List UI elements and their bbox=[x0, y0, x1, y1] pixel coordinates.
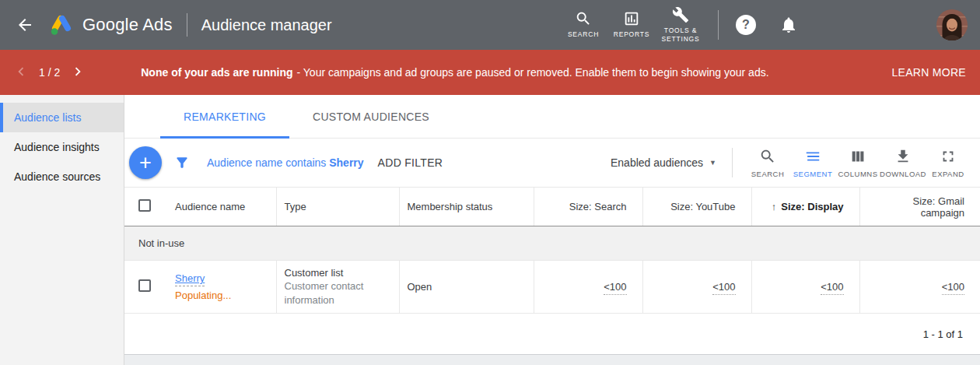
search-table-button[interactable]: SEARCH bbox=[745, 148, 790, 178]
notifications-button[interactable] bbox=[775, 11, 803, 39]
sidebar-item-label: Audience lists bbox=[14, 111, 81, 124]
size-display-value[interactable]: <100 bbox=[821, 281, 843, 295]
type-cell: Customer list Customer contact informati… bbox=[276, 261, 399, 314]
column-header-type[interactable]: Type bbox=[276, 188, 399, 226]
search-action-label: SEARCH bbox=[751, 170, 785, 178]
audience-view-selector[interactable]: Enabled audiences ▼ bbox=[611, 156, 716, 169]
banner-message-rest: - Your campaigns and ad groups are pause… bbox=[297, 66, 769, 79]
nav-reports-button[interactable]: REPORTS bbox=[607, 0, 656, 50]
size-search-cell: <100 bbox=[534, 261, 642, 314]
nav-search-label: SEARCH bbox=[568, 30, 599, 39]
filter-value: Sherry bbox=[329, 156, 363, 169]
header-nav-divider bbox=[718, 10, 719, 40]
nav-reports-label: REPORTS bbox=[614, 30, 650, 39]
group-label: Not in-use bbox=[124, 226, 980, 261]
back-button[interactable] bbox=[11, 11, 39, 39]
account-avatar[interactable] bbox=[936, 9, 968, 40]
column-header-size-display[interactable]: ↑Size: Display bbox=[751, 188, 859, 226]
brand-name: Google Ads bbox=[82, 15, 173, 35]
download-action-label: DOWNLOAD bbox=[880, 170, 926, 178]
banner-next-button[interactable] bbox=[69, 63, 86, 82]
plus-icon: + bbox=[139, 153, 152, 174]
audience-name-link[interactable]: Sherry bbox=[175, 272, 205, 286]
row-checkbox[interactable] bbox=[138, 279, 151, 292]
sort-ascending-icon: ↑ bbox=[772, 201, 777, 212]
size-search-value[interactable]: <100 bbox=[604, 281, 626, 295]
sidebar-item-audience-lists[interactable]: Audience lists bbox=[0, 103, 124, 132]
help-icon: ? bbox=[736, 15, 756, 35]
nav-tools-settings-button[interactable]: TOOLS & SETTINGS bbox=[656, 0, 705, 50]
sidebar-item-audience-insights[interactable]: Audience insights bbox=[0, 132, 124, 162]
sidebar-item-label: Audience sources bbox=[14, 170, 100, 183]
bell-icon bbox=[779, 16, 798, 34]
filter-condition: Audience name contains bbox=[207, 156, 326, 169]
segment-icon bbox=[804, 148, 821, 167]
column-header-audience-name[interactable]: Audience name bbox=[167, 188, 276, 226]
group-header-row: Not in-use bbox=[124, 226, 980, 261]
segment-action-label: SEGMENT bbox=[793, 170, 832, 178]
audience-name-cell: Sherry Populating... bbox=[167, 261, 276, 314]
alert-banner: 1 / 2 None of your ads are running- Your… bbox=[0, 50, 980, 95]
chevron-right-icon bbox=[69, 63, 86, 82]
table-footer: 1 - 1 of 1 bbox=[124, 314, 980, 354]
banner-message-bold: None of your ads are running bbox=[141, 66, 292, 79]
expand-action-label: EXPAND bbox=[932, 170, 964, 178]
help-button[interactable]: ? bbox=[731, 10, 761, 40]
audiences-table: Audience name Type Membership status Siz… bbox=[124, 187, 980, 314]
table-toolbar: + Audience name contains Sherry ADD FILT… bbox=[124, 139, 980, 187]
select-all-checkbox[interactable] bbox=[138, 199, 151, 212]
pagination-label: 1 - 1 of 1 bbox=[923, 328, 963, 340]
banner-prev-button[interactable] bbox=[12, 63, 30, 82]
column-header-size-search[interactable]: Size: Search bbox=[534, 188, 642, 226]
size-youtube-cell: <100 bbox=[642, 261, 751, 314]
columns-button[interactable]: COLUMNS bbox=[835, 148, 880, 178]
nav-tools-settings-label: TOOLS & SETTINGS bbox=[656, 26, 705, 44]
chevron-left-icon bbox=[12, 63, 30, 82]
search-icon bbox=[575, 10, 592, 27]
sidebar: Audience lists Audience insights Audienc… bbox=[0, 95, 124, 365]
nav-search-button[interactable]: SEARCH bbox=[559, 0, 607, 50]
avatar-photo bbox=[936, 9, 968, 40]
header-nav: SEARCH REPORTS TOOLS & SETTINGS ? bbox=[559, 0, 803, 50]
page-body: Audience lists Audience insights Audienc… bbox=[0, 95, 980, 365]
size-gmail-value[interactable]: <100 bbox=[942, 281, 964, 295]
reports-icon bbox=[623, 10, 640, 27]
page-title: Audience manager bbox=[201, 16, 332, 34]
sorted-column-label: Size: Display bbox=[781, 201, 843, 212]
audiences-card: REMARKETING CUSTOM AUDIENCES + Audience … bbox=[124, 95, 980, 355]
google-ads-app: Google Ads Audience manager SEARCH REPOR… bbox=[0, 0, 980, 365]
columns-action-label: COLUMNS bbox=[838, 170, 877, 178]
google-ads-logo-icon bbox=[48, 12, 75, 38]
active-filter-chip[interactable]: Audience name contains Sherry bbox=[207, 156, 364, 169]
add-audience-button[interactable]: + bbox=[129, 146, 162, 179]
arrow-back-icon bbox=[16, 16, 34, 34]
tab-bar: REMARKETING CUSTOM AUDIENCES bbox=[124, 95, 980, 139]
top-app-bar: Google Ads Audience manager SEARCH REPOR… bbox=[0, 0, 980, 50]
size-display-cell: <100 bbox=[751, 261, 859, 314]
size-youtube-value[interactable]: <100 bbox=[712, 281, 735, 295]
tab-remarketing[interactable]: REMARKETING bbox=[160, 95, 289, 139]
content-background bbox=[124, 355, 980, 365]
size-gmail-cell: <100 bbox=[859, 261, 980, 314]
learn-more-link[interactable]: LEARN MORE bbox=[891, 66, 966, 79]
expand-button[interactable]: EXPAND bbox=[926, 148, 971, 178]
column-header-size-youtube[interactable]: Size: YouTube bbox=[642, 188, 751, 226]
sidebar-item-audience-sources[interactable]: Audience sources bbox=[0, 162, 124, 191]
header-divider bbox=[187, 13, 187, 37]
table-header-row: Audience name Type Membership status Siz… bbox=[124, 188, 980, 226]
audience-type: Customer list bbox=[285, 267, 391, 279]
segment-button[interactable]: SEGMENT bbox=[790, 148, 835, 178]
selected-indicator bbox=[0, 103, 3, 132]
toolbar-divider bbox=[732, 148, 733, 177]
banner-message: None of your ads are running- Your campa… bbox=[141, 65, 879, 79]
download-button[interactable]: DOWNLOAD bbox=[880, 148, 926, 178]
column-header-size-gmail[interactable]: Size: Gmail campaign bbox=[859, 188, 980, 226]
wrench-icon bbox=[672, 6, 689, 23]
tab-custom-audiences[interactable]: CUSTOM AUDIENCES bbox=[289, 95, 453, 139]
table-row: Sherry Populating... Customer list Custo… bbox=[124, 261, 980, 314]
column-header-membership-status[interactable]: Membership status bbox=[399, 188, 534, 226]
add-filter-button[interactable]: ADD FILTER bbox=[378, 156, 443, 169]
chevron-down-icon: ▼ bbox=[709, 159, 716, 167]
filter-funnel-icon bbox=[174, 155, 190, 170]
sidebar-item-label: Audience insights bbox=[14, 141, 100, 153]
